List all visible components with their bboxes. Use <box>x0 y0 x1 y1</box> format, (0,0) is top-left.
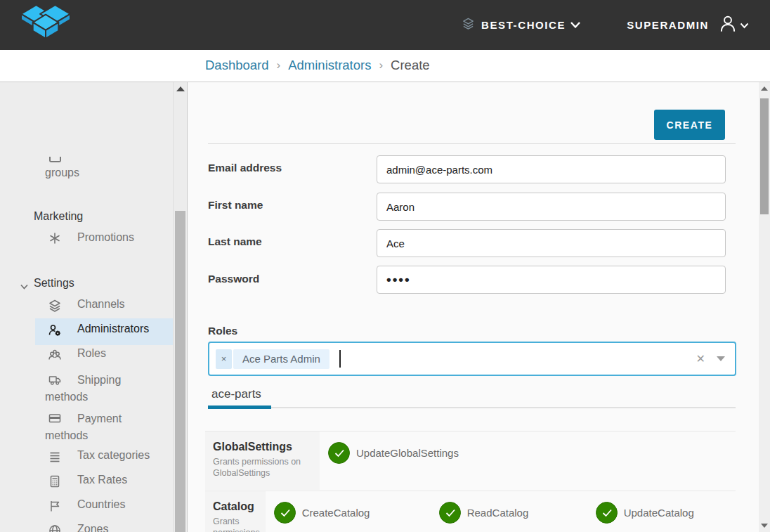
last-name-label: Last name <box>208 235 366 248</box>
admin-user-gear-icon <box>48 323 62 337</box>
breadcrumb-administrators[interactable]: Administrators <box>288 58 371 73</box>
sidebar-item-administrators[interactable]: Administrators <box>77 323 149 335</box>
breadcrumb-bar: Dashboard › Administrators › Create <box>0 50 770 82</box>
flag-icon <box>48 499 62 513</box>
first-name-label: First name <box>208 199 366 212</box>
clear-icon[interactable]: ✕ <box>696 352 705 365</box>
app-window: BEST-CHOICE SUPERADMIN <box>0 0 770 532</box>
globe-icon <box>48 524 62 532</box>
email-label: Email address <box>208 162 366 174</box>
chip-remove-button[interactable]: × <box>216 349 232 369</box>
user-menu[interactable]: SUPERADMIN <box>620 13 749 37</box>
layers-icon <box>48 299 62 313</box>
toggle-on-icon[interactable] <box>328 442 350 464</box>
layers-icon <box>462 17 475 33</box>
form-divider <box>208 143 736 144</box>
sidebar-item-shipping-methods[interactable]: Shipping methods <box>45 372 121 406</box>
permission-item: UpdateGlobalSettings <box>328 441 493 464</box>
tab-ace-parts[interactable]: ace-parts <box>211 387 261 401</box>
sidebar-nav: groups Marketing Promotions Settings Cha… <box>0 82 173 532</box>
scroll-up-icon[interactable] <box>176 86 185 91</box>
main-scrollbar-thumb[interactable] <box>760 98 769 214</box>
chevron-down-icon <box>570 19 581 32</box>
toggle-on-icon[interactable] <box>274 502 296 524</box>
scroll-up-icon[interactable] <box>761 86 768 91</box>
permission-item: ReadCatalog <box>439 501 596 524</box>
permission-group-description: Grants permissions on Products, Facets <box>213 516 260 532</box>
content-divider <box>187 82 188 532</box>
sidebar-item-channels[interactable]: Channels <box>77 298 125 311</box>
permission-toggles: CreateCatalog ReadCatalog UpdateCatalog <box>266 491 761 532</box>
sidebar-item-promotions[interactable]: Promotions <box>77 231 134 244</box>
sidebar-item-payment-methods[interactable]: Payment methods <box>45 410 122 444</box>
toggle-on-icon[interactable] <box>596 502 618 524</box>
top-bar: BEST-CHOICE SUPERADMIN <box>0 0 770 50</box>
first-name-field[interactable] <box>377 193 726 221</box>
vendure-logo-icon[interactable] <box>18 3 74 49</box>
scroll-down-icon[interactable] <box>761 524 768 528</box>
users-icon <box>48 348 62 362</box>
roles-multiselect[interactable]: × Ace Parts Admin ✕ <box>208 342 736 376</box>
permission-group-description: Grants permissions on GlobalSettings <box>213 456 314 479</box>
text-cursor <box>339 350 341 368</box>
password-label: Password <box>208 273 366 285</box>
password-field[interactable] <box>377 266 726 294</box>
toggle-on-icon[interactable] <box>439 502 461 524</box>
calculator-icon <box>48 474 62 488</box>
sidebar-item-tax-rates[interactable]: Tax Rates <box>77 474 127 486</box>
channel-name: BEST-CHOICE <box>481 19 566 31</box>
dropdown-caret-icon[interactable] <box>717 356 725 361</box>
sidebar-section-marketing: Marketing <box>34 210 83 223</box>
permission-row-catalog: Catalog Grants permissions on Products, … <box>205 491 736 532</box>
breadcrumb-dashboard[interactable]: Dashboard <box>205 58 269 73</box>
roles-label: Roles <box>208 325 237 337</box>
permission-item: CreateCatalog <box>274 501 439 524</box>
sidebar-scrollbar[interactable] <box>173 82 187 532</box>
sidebar-section-settings[interactable]: Settings <box>34 277 74 290</box>
sidebar-item-tax-categories[interactable]: Tax categories <box>77 449 150 462</box>
permission-label: UpdateCatalog <box>624 507 694 519</box>
breadcrumb-separator: › <box>277 58 281 72</box>
create-button[interactable]: CREATE <box>654 110 725 140</box>
permission-group-cell: GlobalSettings Grants permissions on Glo… <box>205 432 320 490</box>
last-name-field[interactable] <box>377 229 726 257</box>
main-scrollbar[interactable] <box>759 82 770 532</box>
user-name: SUPERADMIN <box>627 19 709 31</box>
sidebar-item-roles[interactable]: Roles <box>77 347 106 360</box>
users-icon <box>49 157 61 162</box>
permission-label: ReadCatalog <box>467 507 529 519</box>
channel-switcher[interactable]: BEST-CHOICE <box>462 17 581 33</box>
permission-label: UpdateGlobalSettings <box>356 447 459 459</box>
role-chip: Ace Parts Admin <box>233 349 329 369</box>
chevron-down-icon <box>740 19 749 32</box>
email-field[interactable] <box>377 155 726 183</box>
person-icon <box>718 13 738 37</box>
breadcrumb-separator: › <box>379 58 383 72</box>
asterisk-icon <box>48 231 62 245</box>
breadcrumb-create: Create <box>391 58 430 73</box>
top-bar-right: BEST-CHOICE SUPERADMIN <box>462 0 749 50</box>
sidebar-scrollbar-thumb[interactable] <box>175 211 185 532</box>
permission-label: CreateCatalog <box>302 507 370 519</box>
list-icon <box>48 450 62 464</box>
breadcrumb: Dashboard › Administrators › Create <box>205 58 430 73</box>
permission-group-title: Catalog <box>213 500 260 513</box>
permission-item: UpdateCatalog <box>596 501 761 524</box>
active-tab-underline <box>208 406 271 409</box>
sidebar-item-zones[interactable]: Zones <box>77 523 108 532</box>
permission-group-cell: Catalog Grants permissions on Products, … <box>205 491 266 532</box>
sidebar-item-customer-groups[interactable]: groups <box>45 167 79 179</box>
chevron-down-icon[interactable] <box>20 280 29 293</box>
permission-group-title: GlobalSettings <box>213 441 314 453</box>
sidebar-item-countries[interactable]: Countries <box>77 498 125 511</box>
permission-toggles: UpdateGlobalSettings <box>320 432 736 490</box>
tab-bar-line <box>208 407 736 408</box>
permission-row-globalsettings: GlobalSettings Grants permissions on Glo… <box>205 431 736 490</box>
